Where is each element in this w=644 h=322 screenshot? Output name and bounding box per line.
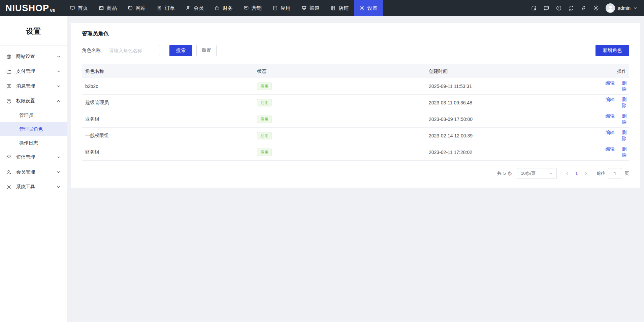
nav-item-finance[interactable]: 财务 xyxy=(209,0,238,16)
status-badge: 启用 xyxy=(257,83,272,90)
search-toolbar: 角色名称 搜索 重置 新增角色 xyxy=(82,45,629,56)
role-name-label: 角色名称 xyxy=(82,47,101,54)
nav-item-label: 店铺 xyxy=(339,5,349,11)
role-name: 业务组 xyxy=(82,116,254,122)
sidebar-item-permission[interactable]: 权限设置 xyxy=(0,94,67,108)
page-size-select[interactable]: 10条/页 xyxy=(517,168,557,179)
nav-item-settings[interactable]: 设置 xyxy=(354,0,383,16)
rocket-icon[interactable] xyxy=(581,5,587,11)
goto-page-input[interactable] xyxy=(608,168,622,179)
status-badge: 启用 xyxy=(257,116,272,123)
status-badge: 启用 xyxy=(257,99,272,106)
nav-item-channel[interactable]: 渠道 xyxy=(296,0,325,16)
gear-icon[interactable] xyxy=(593,5,599,11)
user-menu[interactable]: admin xyxy=(606,3,637,13)
reset-button[interactable]: 重置 xyxy=(196,45,217,56)
delete-link[interactable]: 删除 xyxy=(622,97,627,108)
edit-link[interactable]: 编辑 xyxy=(606,80,615,86)
sidebar-item-payment[interactable]: 支付管理 xyxy=(0,64,67,79)
add-role-button[interactable]: 新增角色 xyxy=(595,45,629,56)
top-navbar: NIUSHOP V6 首页 商品 网站 订单 会员 财务 营销 xyxy=(0,0,644,16)
created-time: 2023-02-11 17:28:02 xyxy=(425,150,592,155)
nav-item-store[interactable]: 店铺 xyxy=(325,0,354,16)
marketing-icon xyxy=(244,5,249,11)
delete-link[interactable]: 删除 xyxy=(622,80,627,92)
finance-icon xyxy=(215,5,220,11)
sidebar-subitem-label: 管理员角色 xyxy=(19,126,43,132)
nav-item-site[interactable]: 网站 xyxy=(122,0,151,16)
sidebar-subitem-admin-role[interactable]: 管理员角色 xyxy=(0,122,67,136)
sidebar-item-label: 消息管理 xyxy=(16,83,35,89)
prev-page-button[interactable] xyxy=(562,171,572,175)
sidebar-item-system-tools[interactable]: 系统工具 xyxy=(0,180,67,194)
nav-item-label: 订单 xyxy=(165,5,175,11)
sidebar-item-label: 权限设置 xyxy=(16,98,35,104)
page-size-value: 10条/页 xyxy=(521,170,536,176)
sidebar-item-label: 会员管理 xyxy=(16,169,35,175)
warning-icon[interactable] xyxy=(556,5,562,11)
channel-icon xyxy=(301,5,307,11)
sidebar-item-member-manage[interactable]: 会员管理 xyxy=(0,165,67,180)
member-icon xyxy=(186,5,191,11)
created-time: 2023-03-11 09:36:48 xyxy=(425,100,592,105)
storefront-icon[interactable] xyxy=(531,5,537,11)
delete-link[interactable]: 删除 xyxy=(622,147,627,158)
sidebar-item-label: 网站设置 xyxy=(16,54,35,60)
settings-sidebar: 设置 网站设置 支付管理 消息管理 权限设置 xyxy=(0,16,67,322)
status-badge: 启用 xyxy=(257,132,272,139)
refresh-icon[interactable] xyxy=(568,5,574,11)
nav-item-goods[interactable]: 商品 xyxy=(93,0,122,16)
nav-item-label: 网站 xyxy=(136,5,146,11)
edit-link[interactable]: 编辑 xyxy=(606,130,615,135)
user-name: admin xyxy=(618,5,631,11)
delete-link[interactable]: 删除 xyxy=(622,130,627,141)
sidebar-subitem-operation-log[interactable]: 操作日志 xyxy=(0,136,67,150)
settings-icon xyxy=(359,5,365,11)
column-created: 创建时间 xyxy=(425,68,592,74)
column-actions: 操作 xyxy=(592,68,629,74)
table-header: 角色名称 状态 创建时间 操作 xyxy=(82,64,629,78)
nav-item-label: 首页 xyxy=(78,5,88,11)
navbar-right-tools: admin xyxy=(531,0,644,16)
created-time: 2023-02-14 12:00:39 xyxy=(425,133,592,138)
nav-item-member[interactable]: 会员 xyxy=(180,0,209,16)
order-icon xyxy=(157,5,162,11)
sidebar-item-sms[interactable]: 短信管理 xyxy=(0,150,67,165)
chevron-down-icon xyxy=(549,171,553,175)
role-name-input[interactable] xyxy=(105,45,160,56)
member-settings-icon xyxy=(6,169,12,175)
edit-link[interactable]: 编辑 xyxy=(606,147,615,152)
nav-item-label: 财务 xyxy=(223,5,233,11)
nav-item-label: 会员 xyxy=(194,5,204,11)
nav-item-home[interactable]: 首页 xyxy=(64,0,93,16)
brand-logo[interactable]: NIUSHOP V6 xyxy=(0,0,64,16)
page-number-1[interactable]: 1 xyxy=(572,171,581,176)
nav-item-label: 商品 xyxy=(107,5,117,11)
nav-item-label: 设置 xyxy=(367,5,378,11)
nav-item-apps[interactable]: 应用 xyxy=(267,0,296,16)
search-button[interactable]: 搜索 xyxy=(169,45,192,56)
main-content: 管理员角色 角色名称 搜索 重置 新增角色 角色名称 状态 创建时间 操作 b2… xyxy=(67,16,644,322)
nav-item-label: 渠道 xyxy=(310,5,320,11)
table-row: 超级管理员 启用 2023-03-11 09:36:48 编辑 删除 xyxy=(82,95,629,111)
sidebar-menu: 网站设置 支付管理 消息管理 权限设置 管理员 xyxy=(0,46,67,194)
sidebar-item-message[interactable]: 消息管理 xyxy=(0,79,67,94)
edit-link[interactable]: 编辑 xyxy=(606,114,615,119)
nav-item-label: 应用 xyxy=(281,5,291,11)
nav-item-order[interactable]: 订单 xyxy=(151,0,180,16)
page-suffix-label: 页 xyxy=(625,170,629,176)
nav-item-marketing[interactable]: 营销 xyxy=(238,0,267,16)
edit-link[interactable]: 编辑 xyxy=(606,97,615,102)
delete-link[interactable]: 删除 xyxy=(622,114,627,125)
column-role-name: 角色名称 xyxy=(82,68,254,74)
logo-text: NIUSHOP xyxy=(5,3,49,13)
sidebar-item-website-settings[interactable]: 网站设置 xyxy=(0,49,67,64)
sidebar-subitem-label: 管理员 xyxy=(19,112,33,119)
sidebar-subitem-admin[interactable]: 管理员 xyxy=(0,108,67,122)
next-page-button[interactable] xyxy=(581,171,591,175)
comment-icon xyxy=(6,84,12,89)
message-icon[interactable] xyxy=(543,5,549,11)
goods-icon xyxy=(99,5,104,11)
main-nav-menu: 首页 商品 网站 订单 会员 财务 营销 应用 xyxy=(64,0,383,16)
role-name: 一般权限组 xyxy=(82,133,254,139)
